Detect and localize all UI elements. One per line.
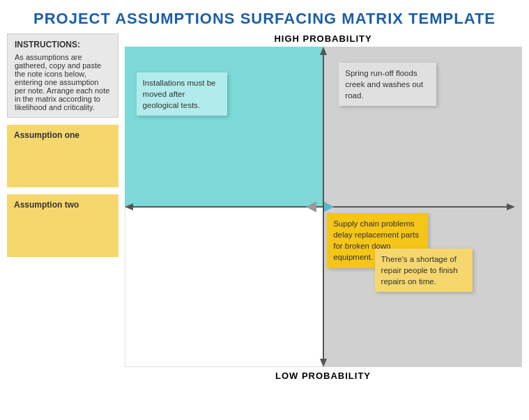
instructions-title: INSTRUCTIONS: [15,40,111,49]
assumption-one-note[interactable]: Assumption one [7,125,118,187]
assumption-two-note[interactable]: Assumption two [7,194,118,257]
high-probability-label: HIGH PROBABILITY [274,33,371,44]
left-panel: INSTRUCTIONS: As assumptions are gathere… [7,33,118,381]
matrix-area: HIGH PROBABILITY KNOWN UNKNOWN [124,33,522,381]
quadrant-bottom-left [125,207,323,367]
quadrant-top-left [125,47,323,207]
matrix-note-1[interactable]: Installations must be moved after geolog… [137,72,227,116]
page-title: PROJECT ASSUMPTIONS SURFACING MATRIX TEM… [0,0,529,33]
instructions-body: As assumptions are gathered, copy and pa… [15,53,111,111]
matrix-container: Installations must be moved after geolog… [125,47,522,367]
instructions-box: INSTRUCTIONS: As assumptions are gathere… [7,33,118,118]
low-probability-label: LOW PROBABILITY [275,371,371,381]
matrix-note-4[interactable]: There's a shortage of repair people to f… [375,249,473,292]
matrix-note-2[interactable]: Spring run-off floods creek and washes o… [339,63,436,106]
